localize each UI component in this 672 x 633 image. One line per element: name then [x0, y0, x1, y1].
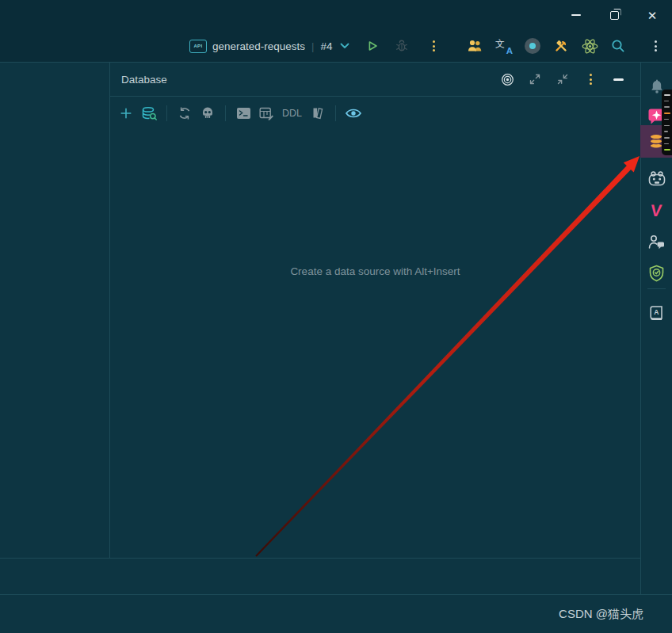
sidebar-divider-line	[647, 288, 666, 289]
run-more-options-icon[interactable]	[425, 36, 444, 55]
run-config-counter[interactable]: #4	[320, 40, 332, 52]
screen-record-icon[interactable]	[523, 36, 542, 55]
translate-cjk-glyph: 文	[495, 37, 505, 51]
documentation-book-icon[interactable]	[308, 104, 327, 123]
dictionary-letter: A	[654, 308, 659, 316]
security-shield-icon[interactable]	[641, 258, 672, 288]
panel-title: Database	[121, 74, 498, 86]
table-editor-icon[interactable]	[257, 104, 276, 123]
titlebar-toolbar: API generated-requests | #4	[0, 32, 672, 60]
restore-button[interactable]	[604, 5, 624, 25]
toolbar-separator	[166, 105, 167, 121]
code-with-me-icon[interactable]	[641, 227, 672, 257]
run-config-divider: |	[311, 40, 314, 52]
robot-assistant-icon[interactable]	[641, 163, 672, 193]
chevron-down-icon[interactable]	[338, 36, 351, 55]
minimize-button[interactable]	[566, 5, 586, 25]
disconnect-skull-icon[interactable]	[198, 104, 217, 123]
users-icon[interactable]	[466, 36, 485, 55]
empty-state-hint: Create a data source with Alt+Insert	[110, 265, 640, 277]
run-button[interactable]	[363, 36, 382, 55]
dictionary-book-icon[interactable]: A	[641, 298, 672, 328]
translate-icon[interactable]: 文 A	[494, 36, 514, 55]
window-controls: ✕	[566, 5, 662, 25]
titlebar: ✕ API generated-requests | #4	[0, 0, 672, 63]
collapse-icon[interactable]	[553, 70, 572, 89]
main-menu-kebab-icon[interactable]	[646, 36, 665, 55]
http-request-file-icon: API	[189, 40, 207, 53]
preview-eye-icon[interactable]	[344, 104, 363, 123]
atom-icon[interactable]	[580, 36, 599, 55]
refresh-icon[interactable]	[175, 104, 194, 123]
hide-panel-button[interactable]	[609, 70, 628, 89]
locate-target-icon[interactable]	[498, 70, 517, 89]
statusbar: CSDN @猫头虎	[0, 595, 672, 633]
watermark-text: CSDN @猫头虎	[559, 607, 643, 622]
query-console-icon[interactable]	[234, 104, 253, 123]
translate-latin-glyph: A	[506, 46, 513, 55]
hide-icon	[613, 78, 624, 81]
run-config-name[interactable]: generated-requests	[212, 40, 305, 52]
run-configuration-widget[interactable]: API generated-requests | #4	[189, 32, 444, 60]
v-plugin-icon[interactable]: V	[641, 195, 672, 225]
expand-icon[interactable]	[525, 70, 544, 89]
debug-button[interactable]	[392, 36, 411, 55]
panel-bottom-divider[interactable]	[0, 558, 640, 559]
v-logo-glyph: V	[650, 202, 662, 219]
minimize-icon	[571, 14, 581, 16]
database-panel-content: Create a data source with Alt+Insert	[110, 129, 640, 557]
ddl-viewer-button[interactable]: DDL	[280, 108, 304, 119]
activity-meter-widget	[662, 90, 672, 155]
new-data-source-icon[interactable]	[116, 104, 136, 123]
search-data-source-icon[interactable]	[139, 104, 158, 123]
tools-icon[interactable]	[552, 36, 571, 55]
close-button[interactable]: ✕	[642, 5, 662, 25]
database-panel-header: Database	[110, 63, 640, 97]
database-toolbar: DDL	[110, 97, 640, 129]
panel-options-kebab-icon[interactable]	[581, 70, 600, 89]
database-tool-window: Database	[110, 63, 640, 558]
search-icon[interactable]	[609, 36, 628, 55]
toolbar-separator	[225, 105, 226, 121]
restore-icon	[610, 11, 619, 20]
titlebar-right-actions: 文 A	[466, 32, 628, 60]
toolbar-separator	[335, 105, 336, 121]
